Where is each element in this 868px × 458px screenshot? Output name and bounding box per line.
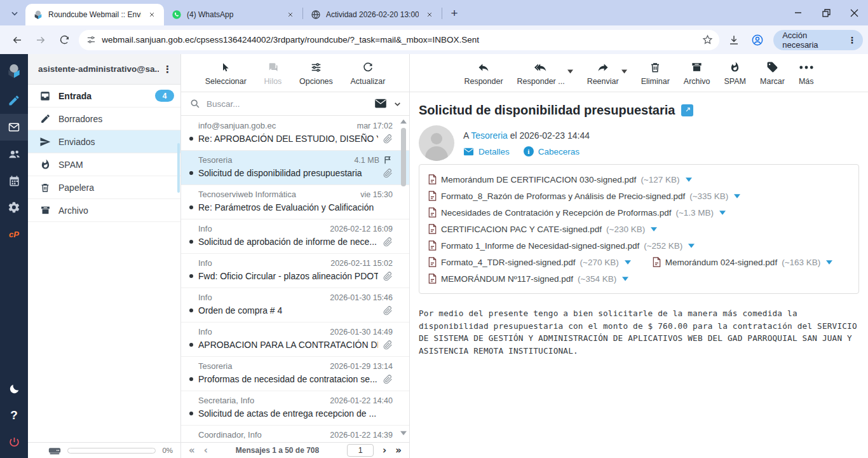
threads-button[interactable]: Hilos [264,60,282,86]
reply-all-caret-icon[interactable] [567,69,573,74]
forward-icon[interactable] [31,30,50,50]
browser-menu-icon[interactable]: ⋮ [844,35,860,45]
account-bar[interactable]: asistente-administrativo@sa... ⋮ [28,54,180,85]
message-row[interactable]: Coordinador, Info2026-01-22 14:39 [181,426,409,442]
settings-icon[interactable] [0,194,28,221]
select-button[interactable]: Seleccionar [205,60,247,86]
headers-link[interactable]: i Cabeceras [524,146,580,156]
message-row-selected[interactable]: Tesoreria4.1 MB Solicitud de disponibili… [181,151,409,185]
action-needed-button[interactable]: Acción necesaria ⋮ [773,30,863,50]
tab-actividad[interactable]: Actividad 2026-02-20 13:00:00 [303,4,442,25]
forward-caret-icon[interactable] [621,69,627,74]
archive-button[interactable]: Archivo [684,60,710,86]
compose-icon[interactable] [0,87,28,114]
site-settings-icon[interactable] [86,35,96,45]
attachment[interactable]: Formato_4_TDR-signed-signed.pdf (~270 KB… [428,257,631,267]
bookmark-star-icon[interactable] [702,34,713,45]
new-tab-button[interactable]: + [446,5,463,22]
url-bar[interactable]: webmail.sanjuan.gob.ec/cpsess1364244002/… [79,30,719,50]
back-icon[interactable] [7,30,27,50]
folder-papelera[interactable]: Papelera [28,176,180,199]
refresh-button[interactable]: Actualizar [350,60,385,86]
attachment[interactable]: Memorándum DE CERTIFICACION 030-signed.p… [428,174,692,184]
open-in-new-window-icon[interactable] [681,104,693,116]
profile-icon[interactable] [748,30,768,50]
flag-icon[interactable] [383,155,393,165]
message-row[interactable]: Info2026-01-30 14:49 APROBACION PARA LA … [181,323,409,357]
message-row[interactable]: Info2026-02-11 15:02 Fwd: Oficio Circula… [181,254,409,288]
reply-all-button[interactable]: Responder ... [517,60,565,86]
threads-icon [266,60,279,74]
download-icon[interactable] [724,30,743,50]
list-scrollbar-thumb[interactable] [401,128,406,186]
search-scope-mail-icon[interactable] [374,99,387,109]
message-row[interactable]: Tecnoserviweb Informáticavie 15:30 Re: P… [181,185,409,219]
message-row[interactable]: info@sanjuan.gob.ecmar 17:02 Re: APROBAC… [181,116,409,151]
account-menu-icon[interactable]: ⋮ [159,64,177,75]
delete-button[interactable]: Eliminar [641,60,670,86]
message-row[interactable]: Info2026-02-12 16:09 Solicitud de aproba… [181,219,409,254]
attachment-menu-caret-icon[interactable] [686,177,692,182]
logout-power-icon[interactable] [0,429,28,455]
attachment-menu-caret-icon[interactable] [622,277,628,281]
attachment[interactable]: Formato_8_Razón de Proformas y Análisis … [428,191,740,201]
reply-button[interactable]: Responder [464,60,503,86]
folder-spam[interactable]: SPAM [28,153,180,176]
attachment[interactable]: Necesidades de Contratación y Recepción … [428,207,726,218]
calendar-icon[interactable] [0,167,28,194]
folder-entrada[interactable]: Entrada 4 [28,85,180,108]
quota-percent: 0% [162,447,173,454]
contacts-icon[interactable] [0,141,28,167]
folder-enviados[interactable]: Enviados [28,130,180,153]
page-number-input[interactable]: 1 [347,444,374,457]
minimize-button[interactable] [784,0,812,25]
attachment-menu-caret-icon[interactable] [719,211,726,215]
forward-button[interactable]: Reenviar [587,60,619,86]
folder-borradores[interactable]: Borradores [28,108,180,130]
attachment-menu-caret-icon[interactable] [688,244,695,248]
dark-mode-icon[interactable] [0,375,28,402]
url-text[interactable]: webmail.sanjuan.gob.ec/cpsess1364244002/… [102,35,697,45]
last-page-icon[interactable]: » [395,446,402,455]
folders-scrollbar[interactable] [177,143,180,193]
attachment[interactable]: CERTIFICACION PAC Y CATE-signed.pdf (~23… [428,224,657,234]
mark-button[interactable]: Marcar [760,60,785,86]
attachment[interactable]: Formato 1_Informe de Necesidad-signed-si… [428,240,695,251]
restore-button[interactable] [812,0,840,25]
reload-icon[interactable] [55,30,74,50]
attachment-menu-caret-icon[interactable] [826,260,832,265]
next-page-icon[interactable]: › [383,446,386,455]
tab-close-icon[interactable] [146,9,158,20]
search-options-chevron-icon[interactable] [393,100,402,108]
first-page-icon[interactable]: « [189,446,195,455]
help-icon[interactable]: ? [0,402,28,429]
tab-search-icon[interactable] [5,4,24,23]
tab-close-icon[interactable] [285,9,296,20]
search-input[interactable] [207,99,368,109]
options-button[interactable]: Opciones [299,60,333,86]
close-window-button[interactable] [840,0,868,25]
attachment[interactable]: Memorándum 024-signed.pdf (~163 KB) [653,257,833,267]
attachment-menu-caret-icon[interactable] [651,227,657,232]
attachment[interactable]: MEMORÁNDUM Nº117-signed.pdf (~354 KB) [428,274,628,284]
folder-label: Borradores [58,114,174,124]
message-row[interactable]: Tesoreria2026-01-29 13:14 Proformas de n… [181,357,409,391]
recipient-link[interactable]: Tesoreria [471,130,508,141]
scrollbar-up-icon[interactable] [400,119,407,124]
mail-icon[interactable] [0,114,28,141]
folder-archivo[interactable]: Archivo [28,199,180,222]
attachment-menu-caret-icon[interactable] [734,194,740,198]
details-link[interactable]: Detalles [463,147,510,156]
tab-whatsapp[interactable]: (4) WhatsApp [164,4,302,25]
cpanel-icon[interactable]: cP [0,221,28,247]
tab-close-icon[interactable] [424,9,435,20]
scrollbar-down-icon[interactable] [400,431,407,436]
message-row[interactable]: Secretaria, Info2026-01-22 14:40 Solicit… [181,391,409,426]
tab-roundcube[interactable]: Roundcube Webmail :: Enviados [25,4,164,25]
prev-page-icon[interactable]: ‹ [204,446,208,455]
attachment-menu-caret-icon[interactable] [625,260,631,265]
message-row[interactable]: Info2026-01-30 15:46 Orden de compra # 4 [181,288,409,323]
spam-button[interactable]: SPAM [724,60,747,86]
more-button[interactable]: Más [799,60,814,86]
msg-from: Coordinador, Info [198,430,326,440]
